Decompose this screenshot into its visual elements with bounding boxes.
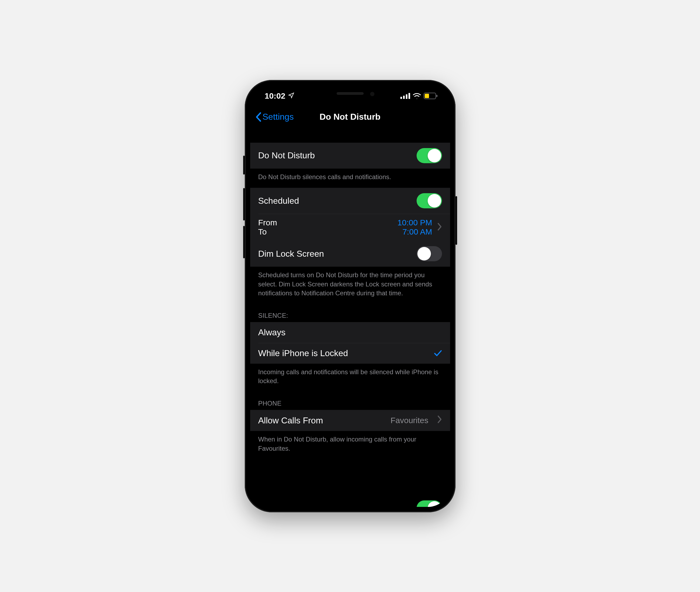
phone-power-button xyxy=(455,196,457,245)
silence-while-locked-row[interactable]: While iPhone is Locked xyxy=(250,343,450,364)
settings-content[interactable]: Do Not Disturb Do Not Disturb silences c… xyxy=(250,128,450,507)
to-value: 7:00 AM xyxy=(402,227,432,236)
allow-calls-row[interactable]: Allow Calls From Favourites xyxy=(250,410,450,431)
front-camera xyxy=(370,92,374,96)
notch xyxy=(301,85,399,102)
dnd-footer: Do Not Disturb silences calls and notifi… xyxy=(250,168,450,188)
svg-rect-2 xyxy=(406,94,407,99)
silence-while-locked-label: While iPhone is Locked xyxy=(258,348,348,358)
from-value: 10:00 PM xyxy=(397,218,432,227)
phone-header: PHONE xyxy=(250,392,450,410)
back-label: Settings xyxy=(263,112,294,122)
silence-always-label: Always xyxy=(258,328,286,338)
to-label: To xyxy=(258,227,267,236)
svg-rect-6 xyxy=(425,94,429,98)
chevron-right-icon xyxy=(437,223,442,232)
from-label: From xyxy=(258,218,277,227)
svg-rect-0 xyxy=(400,97,402,99)
scheduled-footer: Scheduled turns on Do Not Disturb for th… xyxy=(250,267,450,304)
back-button[interactable]: Settings xyxy=(255,112,294,122)
phone-mute-switch xyxy=(243,156,245,175)
phone-frame: 10:02 xyxy=(245,80,455,512)
location-arrow-icon xyxy=(288,91,295,101)
dnd-label: Do Not Disturb xyxy=(258,150,315,160)
chevron-right-icon xyxy=(437,415,442,426)
nav-bar: Settings Do Not Disturb xyxy=(250,106,450,128)
svg-rect-5 xyxy=(436,95,437,97)
wifi-icon xyxy=(413,93,421,99)
scheduled-label: Scheduled xyxy=(258,196,299,206)
screen: 10:02 xyxy=(250,85,450,507)
page-title: Do Not Disturb xyxy=(319,112,381,122)
checkmark-icon xyxy=(434,350,442,357)
speaker-grille xyxy=(337,92,364,95)
scheduled-toggle-row[interactable]: Scheduled xyxy=(250,188,450,214)
phone-volume-up xyxy=(243,188,245,220)
chevron-left-icon xyxy=(255,112,262,122)
phone-volume-down xyxy=(243,226,245,258)
silence-always-row[interactable]: Always xyxy=(250,322,450,343)
phone-footer: When in Do Not Disturb, allow incoming c… xyxy=(250,431,450,459)
dim-label: Dim Lock Screen xyxy=(258,249,324,259)
dim-toggle[interactable] xyxy=(416,246,442,261)
scheduled-toggle[interactable] xyxy=(416,193,442,208)
allow-calls-value: Favourites xyxy=(390,416,428,425)
silence-header: SILENCE: xyxy=(250,304,450,322)
allow-calls-label: Allow Calls From xyxy=(258,415,323,426)
dnd-toggle[interactable] xyxy=(416,148,442,163)
dnd-toggle-row[interactable]: Do Not Disturb xyxy=(250,143,450,168)
battery-icon xyxy=(423,93,438,99)
svg-rect-3 xyxy=(408,93,410,99)
dim-lock-screen-row[interactable]: Dim Lock Screen xyxy=(250,241,450,267)
silence-footer: Incoming calls and notifications will be… xyxy=(250,364,450,392)
cellular-signal-icon xyxy=(400,93,410,99)
status-time: 10:02 xyxy=(265,91,286,101)
svg-rect-1 xyxy=(403,96,405,99)
next-toggle-peek[interactable] xyxy=(416,500,442,507)
schedule-time-row[interactable]: From 10:00 PM To 7:00 AM xyxy=(250,214,450,241)
